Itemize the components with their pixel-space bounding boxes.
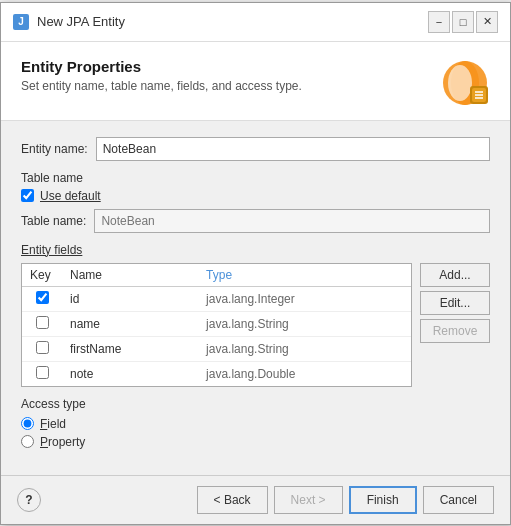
key-cell-3	[22, 361, 62, 386]
fields-buttons: Add... Edit... Remove	[420, 263, 490, 343]
next-button[interactable]: Next >	[274, 486, 343, 514]
page-subtitle: Set entity name, table name, fields, and…	[21, 79, 302, 93]
access-type-field-row: Field	[21, 417, 490, 431]
key-cell-0	[22, 286, 62, 311]
access-type-section: Access type Field Property	[21, 397, 490, 449]
entity-name-row: Entity name:	[21, 137, 490, 161]
footer-left: ?	[17, 488, 41, 512]
row-key-checkbox-1[interactable]	[36, 316, 49, 329]
title-bar: J New JPA Entity − □ ✕	[1, 3, 510, 42]
content-area: Entity name: Table name Use default Tabl…	[1, 121, 510, 475]
cancel-button[interactable]: Cancel	[423, 486, 494, 514]
table-row[interactable]: id java.lang.Integer	[22, 286, 411, 311]
edit-field-button[interactable]: Edit...	[420, 291, 490, 315]
table-name-section: Table name Use default Table name:	[21, 171, 490, 233]
svg-point-2	[448, 65, 472, 101]
help-button[interactable]: ?	[17, 488, 41, 512]
entity-fields-label: Entity fields	[21, 243, 490, 257]
col-header-key: Key	[22, 264, 62, 287]
access-type-field-radio[interactable]	[21, 417, 34, 430]
type-cell-3: java.lang.Double	[198, 361, 411, 386]
type-cell-2: java.lang.String	[198, 336, 411, 361]
close-button[interactable]: ✕	[476, 11, 498, 33]
name-cell-3: note	[62, 361, 198, 386]
fields-table: Key Name Type id java.lang.Integer name …	[22, 264, 411, 386]
row-key-checkbox-0[interactable]	[36, 291, 49, 304]
entity-name-label: Entity name:	[21, 142, 88, 156]
finish-button[interactable]: Finish	[349, 486, 417, 514]
remove-field-button[interactable]: Remove	[420, 319, 490, 343]
header-section: Entity Properties Set entity name, table…	[1, 42, 510, 121]
window-icon: J	[13, 14, 29, 30]
type-cell-0: java.lang.Integer	[198, 286, 411, 311]
window-title: New JPA Entity	[37, 14, 125, 29]
use-default-row: Use default	[21, 189, 490, 203]
name-cell-1: name	[62, 311, 198, 336]
header-text: Entity Properties Set entity name, table…	[21, 58, 302, 93]
access-type-property-row: Property	[21, 435, 490, 449]
key-cell-1	[22, 311, 62, 336]
eclipse-logo	[440, 58, 490, 108]
footer-right: < Back Next > Finish Cancel	[197, 486, 494, 514]
footer: ? < Back Next > Finish Cancel	[1, 475, 510, 524]
maximize-button[interactable]: □	[452, 11, 474, 33]
access-type-field-label: Field	[40, 417, 66, 431]
use-default-checkbox[interactable]	[21, 189, 34, 202]
window-controls: − □ ✕	[428, 11, 498, 33]
access-type-property-radio[interactable]	[21, 435, 34, 448]
table-name-section-label: Table name	[21, 171, 490, 185]
back-button[interactable]: < Back	[197, 486, 268, 514]
dialog-window: J New JPA Entity − □ ✕ Entity Properties…	[0, 2, 511, 525]
fields-container: Key Name Type id java.lang.Integer name …	[21, 263, 490, 387]
row-key-checkbox-2[interactable]	[36, 341, 49, 354]
page-title: Entity Properties	[21, 58, 302, 75]
table-row[interactable]: note java.lang.Double	[22, 361, 411, 386]
title-bar-left: J New JPA Entity	[13, 14, 125, 30]
fields-table-wrapper: Key Name Type id java.lang.Integer name …	[21, 263, 412, 387]
name-cell-0: id	[62, 286, 198, 311]
table-name-input[interactable]	[94, 209, 490, 233]
entity-fields-section: Entity fields Key Name Type	[21, 243, 490, 387]
name-cell-2: firstName	[62, 336, 198, 361]
entity-name-input[interactable]	[96, 137, 490, 161]
table-name-label: Table name:	[21, 214, 86, 228]
row-key-checkbox-3[interactable]	[36, 366, 49, 379]
table-row[interactable]: name java.lang.String	[22, 311, 411, 336]
access-type-property-label: Property	[40, 435, 85, 449]
col-header-name: Name	[62, 264, 198, 287]
access-type-label: Access type	[21, 397, 490, 411]
use-default-label: Use default	[40, 189, 101, 203]
table-name-row: Table name:	[21, 209, 490, 233]
minimize-button[interactable]: −	[428, 11, 450, 33]
col-header-type: Type	[198, 264, 411, 287]
type-cell-1: java.lang.String	[198, 311, 411, 336]
add-field-button[interactable]: Add...	[420, 263, 490, 287]
key-cell-2	[22, 336, 62, 361]
table-row[interactable]: firstName java.lang.String	[22, 336, 411, 361]
